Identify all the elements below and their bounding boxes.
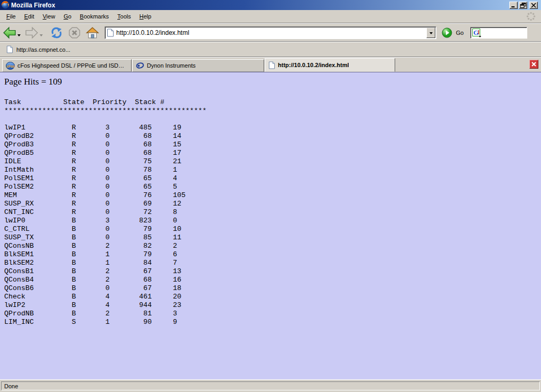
tab-cfos[interactable]: cFos cFos Highspeed DSL / PPPoE und ISDN… <box>2 59 132 72</box>
firefox-logo-icon <box>1 1 10 10</box>
tab-label[interactable]: http://10.0.10.2/index.html <box>278 62 349 68</box>
forward-dropdown-caret[interactable] <box>40 34 43 36</box>
menu-help[interactable]: Help <box>135 12 156 21</box>
navigation-toolbar: http://10.0.10.2/index.html Go G <box>0 24 541 42</box>
go-button-label: Go <box>456 30 464 36</box>
tab-label[interactable]: cFos Highspeed DSL / PPPoE und ISDN CAP.… <box>17 62 128 69</box>
close-button[interactable] <box>529 2 538 9</box>
title-bar: Mozilla Firefox <box>0 0 541 10</box>
cfos-favicon-icon: cFos <box>6 62 15 70</box>
home-button[interactable] <box>86 26 99 39</box>
minimize-button[interactable] <box>509 2 518 9</box>
reload-button[interactable] <box>50 26 63 39</box>
menu-view[interactable]: View <box>39 12 60 21</box>
tab-dynon[interactable]: Dynon Instruments <box>132 59 264 72</box>
google-search-engine-icon[interactable]: G <box>472 28 482 38</box>
tab-index-html-active[interactable]: http://10.0.10.2/index.html <box>265 58 395 72</box>
svg-text:G: G <box>473 29 479 36</box>
page-icon <box>107 29 114 37</box>
status-bar: Done <box>0 379 541 392</box>
forward-button[interactable] <box>24 26 39 39</box>
menu-file[interactable]: File <box>2 12 20 21</box>
tab-label[interactable]: Dynon Instruments <box>147 62 195 69</box>
close-tab-button[interactable] <box>529 60 538 69</box>
task-table: Task State Priority Stack # ************… <box>4 98 541 326</box>
dynon-favicon-icon <box>136 62 144 69</box>
window-title: Mozilla Firefox <box>11 2 509 9</box>
menu-edit[interactable]: Edit <box>20 12 39 21</box>
svg-text:cFos: cFos <box>7 64 15 68</box>
url-bar[interactable]: http://10.0.10.2/index.html <box>105 26 436 39</box>
bookmarks-toolbar: http://as.cmpnet.co... <box>0 42 541 57</box>
menu-bar: File Edit View Go Bookmarks Tools Help <box>0 10 541 23</box>
bookmark-item[interactable]: http://as.cmpnet.co... <box>4 44 72 54</box>
back-dropdown-caret[interactable] <box>17 34 21 36</box>
browser-window: Mozilla Firefox File Edit View Go Bookma… <box>0 0 541 392</box>
search-input[interactable]: G <box>470 27 527 39</box>
restore-button[interactable] <box>519 2 527 9</box>
back-button[interactable] <box>2 26 17 39</box>
page-icon <box>268 61 275 69</box>
page-icon <box>6 45 13 53</box>
throbber-icon <box>526 12 536 22</box>
page-hits-text: Page Hits = 109 <box>4 77 541 87</box>
menu-bookmarks[interactable]: Bookmarks <box>76 12 113 21</box>
url-history-dropdown[interactable] <box>426 27 435 38</box>
stop-button[interactable] <box>68 26 81 39</box>
url-input[interactable]: http://10.0.10.2/index.html <box>114 29 426 36</box>
bookmark-label[interactable]: http://as.cmpnet.co... <box>16 46 70 53</box>
menu-go[interactable]: Go <box>59 12 76 21</box>
tab-bar: cFos cFos Highspeed DSL / PPPoE und ISDN… <box>0 58 541 72</box>
status-text: Done <box>1 381 540 390</box>
page-content: Page Hits = 109 Task State Priority Stac… <box>0 72 541 379</box>
menu-tools[interactable]: Tools <box>113 12 135 21</box>
go-button[interactable]: Go <box>442 27 464 38</box>
